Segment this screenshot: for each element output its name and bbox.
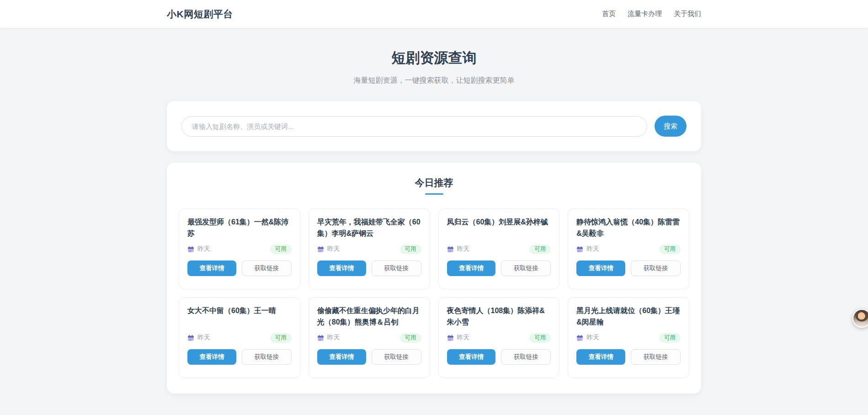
card-actions: 查看详情 获取链接 bbox=[447, 261, 551, 276]
card-meta: 昨天 可用 bbox=[317, 245, 421, 254]
card-meta: 昨天 可用 bbox=[317, 333, 421, 343]
view-detail-button[interactable]: 查看详情 bbox=[447, 349, 496, 365]
today-recommend-panel: 今日推荐 最强发型师（61集）一然&陈沛苏 昨天 可用 查看详情 获取链接 bbox=[167, 163, 701, 394]
drama-title: 夜色寄情人（108集）陈添祥&朱小雪 bbox=[447, 305, 551, 328]
card-actions: 查看详情 获取链接 bbox=[187, 261, 292, 276]
get-link-button[interactable]: 获取链接 bbox=[242, 261, 292, 276]
get-link-button[interactable]: 获取链接 bbox=[242, 349, 292, 365]
update-date-label: 昨天 bbox=[197, 245, 210, 253]
nav-item-home[interactable]: 首页 bbox=[602, 10, 616, 18]
card-actions: 查看详情 获取链接 bbox=[576, 349, 681, 365]
card-actions: 查看详情 获取链接 bbox=[317, 261, 421, 276]
view-detail-button[interactable]: 查看详情 bbox=[187, 349, 236, 365]
main-nav: 首页 流量卡办理 关于我们 bbox=[602, 10, 701, 18]
section-title: 今日推荐 bbox=[415, 176, 453, 189]
card-actions: 查看详情 获取链接 bbox=[447, 349, 551, 365]
view-detail-button[interactable]: 查看详情 bbox=[576, 261, 625, 276]
update-date-label: 昨天 bbox=[586, 334, 599, 342]
calendar-icon bbox=[317, 335, 324, 341]
drama-card: 凤归云（60集）刘昱展&孙梓铖 昨天 可用 查看详情 获取链接 bbox=[438, 208, 560, 289]
section-header: 今日推荐 bbox=[179, 176, 689, 195]
view-detail-button[interactable]: 查看详情 bbox=[317, 261, 366, 276]
customer-service-avatar[interactable] bbox=[852, 309, 868, 328]
nav-item-data-card[interactable]: 流量卡办理 bbox=[628, 10, 662, 18]
update-date: 昨天 bbox=[576, 245, 599, 253]
update-date-label: 昨天 bbox=[457, 245, 470, 253]
update-date: 昨天 bbox=[317, 334, 340, 342]
drama-title: 偷偷藏不住重生偏执少年的白月光（80集）熊奥博＆吕钊 bbox=[317, 305, 421, 328]
get-link-button[interactable]: 获取链接 bbox=[631, 261, 681, 276]
update-date-label: 昨天 bbox=[586, 245, 599, 253]
drama-title: 凤归云（60集）刘昱展&孙梓铖 bbox=[447, 217, 551, 239]
page-title: 短剧资源查询 bbox=[167, 48, 701, 68]
update-date: 昨天 bbox=[576, 334, 599, 342]
card-actions: 查看详情 获取链接 bbox=[187, 349, 292, 365]
nav-item-about[interactable]: 关于我们 bbox=[674, 10, 701, 18]
card-actions: 查看详情 获取链接 bbox=[576, 261, 681, 276]
update-date: 昨天 bbox=[187, 334, 210, 342]
hero-section: 短剧资源查询 海量短剧资源，一键搜索获取，让短剧搜索更简单 bbox=[167, 28, 701, 85]
get-link-button[interactable]: 获取链接 bbox=[372, 349, 421, 365]
drama-card: 黑月光上线请就位（60集）王瑾&闵星翰 昨天 可用 查看详情 获取链接 bbox=[568, 297, 689, 378]
drama-card: 最强发型师（61集）一然&陈沛苏 昨天 可用 查看详情 获取链接 bbox=[179, 208, 300, 289]
view-detail-button[interactable]: 查看详情 bbox=[187, 261, 236, 276]
card-meta: 昨天 可用 bbox=[187, 333, 292, 343]
calendar-icon bbox=[187, 335, 194, 341]
search-button[interactable]: 搜索 bbox=[655, 116, 687, 137]
status-badge: 可用 bbox=[270, 333, 292, 343]
card-meta: 昨天 可用 bbox=[447, 333, 551, 343]
update-date: 昨天 bbox=[447, 334, 470, 342]
calendar-icon bbox=[447, 246, 454, 253]
card-meta: 昨天 可用 bbox=[447, 245, 551, 254]
section-title-underline bbox=[425, 193, 443, 195]
status-badge: 可用 bbox=[400, 333, 421, 343]
drama-cards-grid: 最强发型师（61集）一然&陈沛苏 昨天 可用 查看详情 获取链接 早灾荒年，我福… bbox=[179, 208, 689, 378]
search-panel: 搜索 bbox=[167, 101, 701, 151]
drama-card: 偷偷藏不住重生偏执少年的白月光（80集）熊奥博＆吕钊 昨天 可用 查看详情 获取… bbox=[309, 297, 430, 378]
drama-card: 早灾荒年，我福娃带飞全家（60集）李明&萨钢云 昨天 可用 查看详情 获取链接 bbox=[309, 208, 430, 289]
update-date: 昨天 bbox=[317, 245, 340, 253]
top-navigation-bar: 小K网短剧平台 首页 流量卡办理 关于我们 bbox=[0, 0, 868, 28]
drama-card: 静待惊鸿入翁慌（40集）陈雷雷&吴毅非 昨天 可用 查看详情 获取链接 bbox=[568, 208, 689, 289]
calendar-icon bbox=[187, 246, 194, 253]
search-input[interactable] bbox=[181, 116, 647, 137]
card-meta: 昨天 可用 bbox=[187, 245, 292, 254]
update-date-label: 昨天 bbox=[197, 334, 210, 342]
page-subtitle: 海量短剧资源，一键搜索获取，让短剧搜索更简单 bbox=[167, 76, 701, 85]
card-actions: 查看详情 获取链接 bbox=[317, 349, 421, 365]
status-badge: 可用 bbox=[270, 245, 292, 254]
calendar-icon bbox=[576, 335, 583, 341]
site-logo: 小K网短剧平台 bbox=[167, 8, 233, 21]
status-badge: 可用 bbox=[659, 245, 681, 254]
update-date-label: 昨天 bbox=[327, 245, 340, 253]
view-detail-button[interactable]: 查看详情 bbox=[576, 349, 625, 365]
status-badge: 可用 bbox=[529, 245, 551, 254]
update-date: 昨天 bbox=[187, 245, 210, 253]
drama-title: 早灾荒年，我福娃带飞全家（60集）李明&萨钢云 bbox=[317, 217, 421, 239]
view-detail-button[interactable]: 查看详情 bbox=[447, 261, 496, 276]
drama-title: 静待惊鸿入翁慌（40集）陈雷雷&吴毅非 bbox=[576, 217, 681, 239]
drama-title: 女大不中留（60集）王一晴 bbox=[187, 305, 292, 328]
card-meta: 昨天 可用 bbox=[576, 333, 681, 343]
drama-title: 最强发型师（61集）一然&陈沛苏 bbox=[187, 217, 292, 239]
calendar-icon bbox=[576, 246, 583, 253]
update-date-label: 昨天 bbox=[327, 334, 340, 342]
calendar-icon bbox=[317, 246, 324, 253]
drama-card: 夜色寄情人（108集）陈添祥&朱小雪 昨天 可用 查看详情 获取链接 bbox=[438, 297, 560, 378]
update-date-label: 昨天 bbox=[457, 334, 470, 342]
calendar-icon bbox=[447, 335, 454, 341]
update-date: 昨天 bbox=[447, 245, 470, 253]
drama-card: 女大不中留（60集）王一晴 昨天 可用 查看详情 获取链接 bbox=[179, 297, 300, 378]
get-link-button[interactable]: 获取链接 bbox=[501, 349, 551, 365]
status-badge: 可用 bbox=[659, 333, 681, 343]
get-link-button[interactable]: 获取链接 bbox=[631, 349, 681, 365]
status-badge: 可用 bbox=[529, 333, 551, 343]
status-badge: 可用 bbox=[400, 245, 421, 254]
drama-title: 黑月光上线请就位（60集）王瑾&闵星翰 bbox=[576, 305, 681, 328]
view-detail-button[interactable]: 查看详情 bbox=[317, 349, 366, 365]
get-link-button[interactable]: 获取链接 bbox=[501, 261, 551, 276]
get-link-button[interactable]: 获取链接 bbox=[372, 261, 421, 276]
card-meta: 昨天 可用 bbox=[576, 245, 681, 254]
